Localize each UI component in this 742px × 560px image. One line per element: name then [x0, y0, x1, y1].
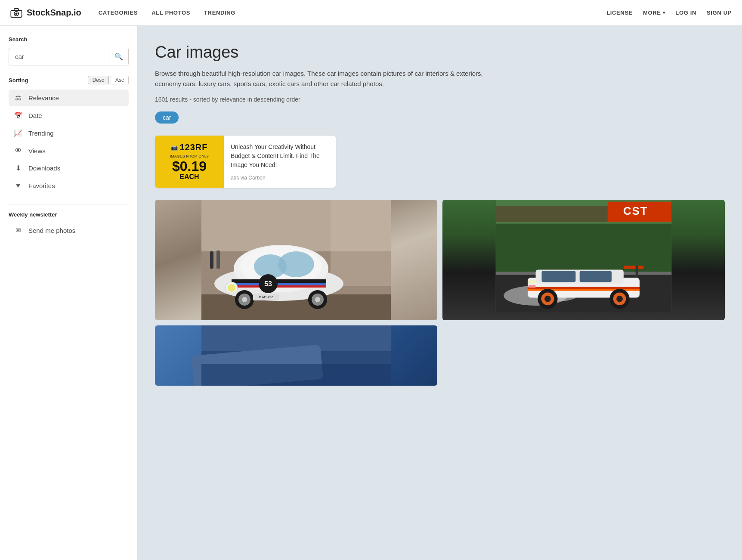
- sort-buttons: Desc Asc: [88, 76, 129, 84]
- svg-rect-8: [210, 251, 213, 269]
- blue-car-image: [155, 325, 437, 386]
- sort-options-list: ⚖ Relevance 📅 Date 📈 Trending 👁 Views ⬇ …: [9, 90, 129, 194]
- sort-option-label: Views: [28, 147, 46, 155]
- svg-rect-46: [542, 271, 576, 282]
- svg-rect-47: [580, 271, 612, 282]
- race-car-image: CST: [442, 200, 725, 312]
- ad-each: EACH: [179, 173, 199, 181]
- nav-categories[interactable]: CATEGORIES: [99, 9, 138, 16]
- svg-text:53: 53: [264, 280, 272, 288]
- logo-text: StockSnap.io: [27, 8, 81, 18]
- svg-rect-2: [14, 8, 19, 10]
- page-title: Car images: [155, 43, 725, 62]
- search-input[interactable]: [9, 49, 109, 65]
- svg-point-3: [15, 12, 17, 15]
- ad-logo-sub: IMAGES FROM ONLY: [170, 154, 209, 158]
- sort-option-trending[interactable]: 📈 Trending: [9, 125, 129, 142]
- svg-point-50: [544, 296, 551, 302]
- sort-option-relevance[interactable]: ⚖ Relevance: [9, 90, 129, 106]
- search-tag[interactable]: car: [155, 111, 179, 124]
- sort-option-label: Trending: [28, 130, 54, 137]
- heart-icon: ♥: [14, 182, 22, 189]
- envelope-icon: ✉: [14, 226, 22, 234]
- svg-rect-7: [331, 200, 391, 286]
- sidebar: Search 🔍 Sorting Desc Asc ⚖ Relevance 📅 …: [0, 26, 138, 560]
- sidebar-divider: [9, 204, 129, 204]
- search-box: 🔍: [9, 48, 129, 65]
- svg-rect-13: [232, 279, 326, 283]
- svg-rect-44: [528, 287, 640, 289]
- content-area: Car images Browse through beautiful high…: [138, 26, 742, 560]
- sort-desc-button[interactable]: Desc: [88, 76, 109, 84]
- sort-option-favorites[interactable]: ♥ Favorites: [9, 177, 129, 194]
- svg-point-27: [315, 297, 320, 302]
- camera-icon: [10, 8, 22, 18]
- svg-rect-15: [232, 285, 326, 288]
- ad-content: Unleash Your Creativity Without Budget &…: [224, 136, 336, 188]
- search-icon: 🔍: [114, 53, 123, 60]
- ad-logo: 123RF: [179, 142, 207, 152]
- results-info: 1601 results - sorted by relevance in de…: [155, 96, 725, 103]
- svg-point-24: [242, 297, 247, 302]
- svg-rect-55: [529, 285, 536, 288]
- ad-price: $0.19: [172, 159, 207, 173]
- ad-text: Unleash Your Creativity Without Budget &…: [231, 142, 329, 170]
- newsletter-section: Weekly newsletter ✉ Send me photos: [9, 211, 129, 238]
- svg-rect-14: [232, 283, 326, 285]
- logo[interactable]: StockSnap.io: [10, 8, 81, 18]
- sort-asc-button[interactable]: Asc: [111, 76, 129, 84]
- nav-login[interactable]: LOG IN: [675, 9, 696, 16]
- photo-card-race[interactable]: CST: [442, 200, 725, 320]
- newsletter-signup[interactable]: ✉ Send me photos: [9, 223, 129, 238]
- main-layout: Search 🔍 Sorting Desc Asc ⚖ Relevance 📅 …: [0, 26, 742, 560]
- ad-image: 📷 123RF IMAGES FROM ONLY $0.19 EACH: [155, 136, 224, 188]
- nav-all-photos[interactable]: ALL PHOTOS: [151, 9, 190, 16]
- svg-point-53: [616, 296, 623, 302]
- main-nav: CATEGORIES ALL PHOTOS TRENDING: [99, 9, 606, 16]
- ad-via: ads via Carbon: [231, 175, 329, 181]
- herbie-image: 53 P AD 496: [155, 200, 437, 320]
- svg-rect-59: [201, 364, 391, 386]
- search-button[interactable]: 🔍: [109, 48, 128, 65]
- header-right: LICENSE MORE ▾ LOG IN SIGN UP: [606, 9, 732, 16]
- newsletter-label: Send me photos: [28, 227, 75, 234]
- eye-icon: 👁: [14, 147, 22, 155]
- svg-text:P AD 496: P AD 496: [259, 295, 273, 299]
- relevance-icon: ⚖: [14, 94, 22, 102]
- sort-option-label: Downloads: [28, 164, 60, 172]
- nav-more[interactable]: MORE ▾: [643, 9, 665, 16]
- sort-option-views[interactable]: 👁 Views: [9, 142, 129, 159]
- photo-grid: 53 P AD 496: [155, 200, 725, 386]
- nav-signup[interactable]: SIGN UP: [707, 9, 732, 16]
- sort-option-label: Favorites: [28, 182, 55, 189]
- download-icon: ⬇: [14, 164, 22, 172]
- photo-card-herbie[interactable]: 53 P AD 496: [155, 200, 437, 320]
- sort-option-label: Relevance: [28, 94, 59, 102]
- photo-card-blue[interactable]: [155, 325, 437, 386]
- search-label: Search: [9, 36, 129, 43]
- sort-option-downloads[interactable]: ⬇ Downloads: [9, 160, 129, 176]
- calendar-icon: 📅: [14, 111, 22, 120]
- svg-rect-54: [529, 280, 536, 284]
- svg-rect-43: [636, 266, 638, 278]
- trending-icon: 📈: [14, 129, 22, 137]
- nav-trending[interactable]: TRENDING: [204, 9, 235, 16]
- sorting-header: Sorting Desc Asc: [9, 76, 129, 84]
- sorting-label: Sorting: [9, 77, 28, 84]
- svg-text:CST: CST: [623, 204, 648, 217]
- svg-rect-42: [624, 266, 643, 269]
- sort-option-date[interactable]: 📅 Date: [9, 107, 129, 124]
- page-description: Browse through beautiful high-resolution…: [155, 68, 508, 89]
- header: StockSnap.io CATEGORIES ALL PHOTOS TREND…: [0, 0, 742, 26]
- nav-license[interactable]: LICENSE: [606, 9, 633, 16]
- svg-point-17: [278, 251, 314, 277]
- svg-point-21: [228, 284, 235, 292]
- chevron-down-icon: ▾: [663, 10, 665, 15]
- svg-rect-9: [216, 251, 220, 269]
- ad-banner[interactable]: 📷 123RF IMAGES FROM ONLY $0.19 EACH Unle…: [155, 136, 336, 188]
- newsletter-title: Weekly newsletter: [9, 211, 129, 218]
- sort-option-label: Date: [28, 112, 42, 119]
